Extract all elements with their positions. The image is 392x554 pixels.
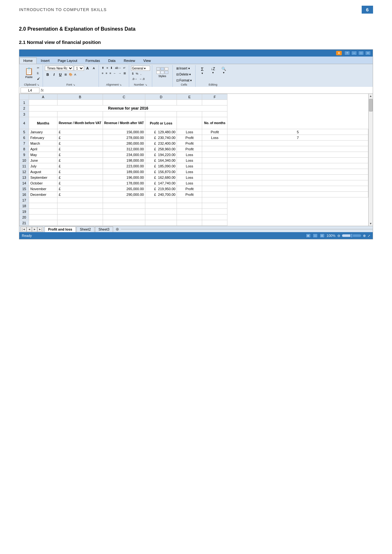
cell-currency-feb-b[interactable]: £ [57, 135, 103, 141]
font-color-button[interactable]: A [74, 73, 77, 76]
bold-button[interactable]: B [45, 72, 51, 77]
cell-e18[interactable] [177, 203, 202, 209]
zoom-slider[interactable] [342, 234, 361, 237]
cell-col-e-dec[interactable] [202, 192, 227, 197]
cell-d1[interactable] [145, 100, 177, 105]
copy-button[interactable]: ⎘ [36, 71, 41, 76]
percent-button[interactable]: % [135, 71, 139, 76]
revenue-before-vat-header[interactable]: Revenue / Month before VAT [57, 117, 103, 129]
cell-f20[interactable] [202, 214, 227, 220]
decrease-decimal-button[interactable]: ←.0 [138, 77, 146, 81]
cell-profit-loss-apr[interactable]: Profit [177, 146, 202, 152]
tab-data[interactable]: Data [104, 57, 119, 64]
cell-after-vat-jun[interactable]: £ 164,340.00 [145, 158, 177, 163]
cell-no-months-jun[interactable] [227, 158, 368, 163]
cell-month-feb[interactable]: February [29, 135, 57, 141]
cell-col-e-sep[interactable] [202, 175, 227, 180]
sheet-tab-sheet2[interactable]: Sheet2 [76, 226, 94, 232]
cell-month-oct[interactable]: October [29, 180, 57, 186]
orientation-button[interactable]: ab→ [114, 66, 122, 70]
cell-col-e-jan[interactable]: Profit [202, 129, 227, 135]
cell-col-e-jul[interactable] [202, 163, 227, 169]
cell-profit-loss-nov[interactable]: Profit [177, 186, 202, 192]
cell-profit-loss-dec[interactable]: Profit [177, 192, 202, 197]
tab-formulas[interactable]: Formulas [81, 57, 104, 64]
cell-after-vat-aug[interactable]: £ 156,870.00 [145, 169, 177, 175]
col-header-c[interactable]: C [103, 94, 145, 100]
close-button[interactable]: × [365, 51, 371, 55]
autosum-button[interactable]: Σ ▾ [197, 66, 207, 76]
cell-profit-loss-jul[interactable]: Loss [177, 163, 202, 169]
no-months-header[interactable]: No. of months [202, 117, 227, 129]
cell-no-months-dec[interactable] [227, 192, 368, 197]
col-header-a[interactable]: A [29, 94, 57, 100]
col-header-e[interactable]: E [177, 94, 202, 100]
sort-button[interactable]: ↓Z ▾ [208, 66, 218, 75]
cell-profit-loss-sep[interactable]: Loss [177, 175, 202, 180]
cell-b19[interactable] [57, 209, 103, 214]
cell-month-mar[interactable]: March [29, 141, 57, 146]
cell-no-months-jan[interactable]: 5 [227, 129, 368, 135]
cell-f17[interactable] [202, 197, 227, 203]
cell-c3[interactable] [103, 111, 145, 117]
cell-currency-may-b[interactable]: £ [57, 152, 103, 158]
cell-f1[interactable] [202, 100, 227, 105]
cell-f3[interactable] [202, 111, 227, 117]
cell-b1[interactable] [57, 100, 103, 105]
cell-e4[interactable] [177, 117, 202, 129]
cell-after-vat-apr[interactable]: £ 258,960.00 [145, 146, 177, 152]
cell-after-vat-sep[interactable]: £ 162,680.00 [145, 175, 177, 180]
cell-e1[interactable] [177, 100, 202, 105]
cell-a21[interactable] [29, 220, 57, 226]
cell-c1[interactable] [103, 100, 145, 105]
merge-button[interactable]: ⊞ [123, 71, 127, 76]
cell-d3[interactable] [145, 111, 177, 117]
restore-button[interactable]: □ [358, 51, 364, 55]
zoom-in-icon[interactable]: ⊕ [363, 234, 366, 238]
align-center-button[interactable]: ≡ [105, 71, 108, 76]
revenue-title-cell[interactable]: Revenue for year 2016 [29, 105, 227, 111]
zoom-out-icon[interactable]: ⊖ [337, 234, 340, 238]
cell-no-months-feb[interactable]: 7 [227, 135, 368, 141]
cell-e19[interactable] [177, 209, 202, 214]
currency-button[interactable]: $ [131, 71, 135, 76]
cell-d19[interactable] [145, 209, 177, 214]
cell-a20[interactable] [29, 214, 57, 220]
cell-b17[interactable] [57, 197, 103, 203]
cell-profit-loss-mar[interactable]: Profit [177, 141, 202, 146]
vertical-scrollbar[interactable]: ▲ ▼ [368, 94, 373, 226]
align-left-button[interactable]: ≡ [101, 71, 104, 76]
cell-after-vat-oct[interactable]: £ 147,740.00 [145, 180, 177, 186]
styles-button[interactable]: Styles [154, 66, 171, 79]
wrap-text-button[interactable]: ↵ [122, 66, 127, 70]
cell-a19[interactable] [29, 209, 57, 214]
cell-month-jun[interactable]: June [29, 158, 57, 163]
scroll-thumb[interactable] [369, 99, 373, 111]
cell-currency-jun-b[interactable]: £ [57, 158, 103, 163]
font-family-select[interactable]: Times New Ro [45, 66, 73, 71]
indent-decrease-button[interactable]: ← [112, 71, 117, 76]
cell-b21[interactable] [57, 220, 103, 226]
cell-before-vat-oct[interactable]: 178,000.00 [103, 180, 145, 186]
cell-col-e-aug[interactable] [202, 169, 227, 175]
tab-home[interactable]: Home [19, 57, 37, 64]
cell-after-vat-jul[interactable]: £ 185,090.00 [145, 163, 177, 169]
cell-f18[interactable] [202, 203, 227, 209]
cell-currency-oct-b[interactable]: £ [57, 180, 103, 186]
sheet-prev-button[interactable]: ◄ [27, 227, 32, 232]
formula-input[interactable] [45, 87, 371, 93]
cell-e21[interactable] [177, 220, 202, 226]
cell-after-vat-may[interactable]: £ 194,220.00 [145, 152, 177, 158]
cell-month-sep[interactable]: September [29, 175, 57, 180]
name-box[interactable] [21, 87, 39, 93]
scroll-down-button[interactable]: ▼ [369, 221, 372, 226]
tab-view[interactable]: View [139, 57, 155, 64]
help-button[interactable]: ? [344, 51, 350, 55]
cell-month-may[interactable]: May [29, 152, 57, 158]
cell-a3[interactable] [29, 111, 57, 117]
cell-currency-jan-b[interactable]: £ [57, 129, 103, 135]
cell-no-months-oct[interactable] [227, 180, 368, 186]
cell-month-nov[interactable]: November [29, 186, 57, 192]
col-header-d[interactable]: D [145, 94, 177, 100]
cell-e17[interactable] [177, 197, 202, 203]
